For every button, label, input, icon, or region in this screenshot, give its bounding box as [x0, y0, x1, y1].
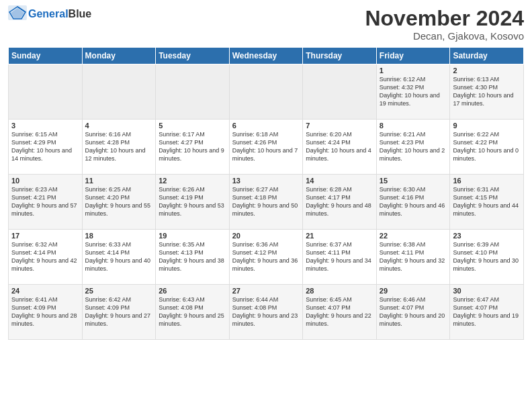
cell-text-line: Daylight: 9 hours and 44 minutes. — [453, 201, 521, 218]
day-number: 25 — [85, 287, 153, 295]
day-number: 10 — [11, 177, 79, 185]
calendar-cell: 27Sunrise: 6:44 AMSunset: 4:08 PMDayligh… — [229, 284, 303, 339]
calendar-cell: 15Sunrise: 6:30 AMSunset: 4:16 PMDayligh… — [376, 174, 450, 229]
cell-text-line: Daylight: 10 hours and 14 minutes. — [11, 146, 79, 163]
cell-text-line: Sunset: 4:11 PM — [380, 248, 447, 257]
cell-text-line: Sunset: 4:12 PM — [232, 248, 300, 257]
cell-text-line: Sunrise: 6:33 AM — [85, 240, 153, 248]
cell-text-line: Sunrise: 6:28 AM — [306, 185, 373, 193]
weekday-header: Thursday — [303, 47, 377, 64]
cell-text-line: Sunset: 4:11 PM — [306, 248, 373, 257]
calendar: SundayMondayTuesdayWednesdayThursdayFrid… — [8, 47, 524, 340]
cell-text-line: Daylight: 10 hours and 0 minutes. — [453, 146, 521, 163]
cell-text-line: Sunset: 4:13 PM — [159, 248, 226, 257]
cell-text-line: Daylight: 9 hours and 53 minutes. — [159, 201, 226, 218]
weekday-header: Monday — [82, 47, 156, 64]
calendar-cell: 13Sunrise: 6:27 AMSunset: 4:18 PMDayligh… — [229, 174, 303, 229]
cell-text-line: Daylight: 9 hours and 22 minutes. — [306, 312, 373, 328]
day-number: 16 — [453, 177, 521, 185]
day-number: 13 — [232, 177, 300, 185]
cell-text-line: Sunset: 4:14 PM — [85, 248, 153, 257]
cell-text-line: Daylight: 9 hours and 28 minutes. — [11, 312, 79, 328]
day-number: 2 — [453, 66, 521, 75]
cell-text-line: Sunrise: 6:39 AM — [453, 240, 521, 248]
calendar-week: 10Sunrise: 6:23 AMSunset: 4:21 PMDayligh… — [9, 174, 524, 229]
cell-text-line: Daylight: 9 hours and 42 minutes. — [11, 257, 79, 273]
cell-text-line: Sunrise: 6:22 AM — [453, 130, 521, 138]
calendar-cell — [156, 64, 230, 119]
cell-text-line: Sunrise: 6:18 AM — [232, 130, 300, 138]
cell-text-line: Sunrise: 6:17 AM — [159, 130, 226, 138]
day-number: 11 — [85, 177, 153, 185]
calendar-cell: 19Sunrise: 6:35 AMSunset: 4:13 PMDayligh… — [156, 229, 230, 284]
day-number: 19 — [159, 232, 226, 240]
day-number: 7 — [306, 122, 373, 130]
calendar-cell: 7Sunrise: 6:20 AMSunset: 4:24 PMDaylight… — [303, 119, 377, 174]
cell-text-line: Sunset: 4:09 PM — [85, 304, 153, 312]
cell-text-line: Daylight: 9 hours and 20 minutes. — [380, 312, 447, 328]
cell-text-line: Sunset: 4:20 PM — [85, 193, 153, 201]
cell-text-line: Sunset: 4:18 PM — [232, 193, 300, 201]
cell-text-line: Daylight: 9 hours and 48 minutes. — [306, 201, 373, 218]
day-number: 3 — [11, 122, 79, 130]
calendar-cell: 24Sunrise: 6:41 AMSunset: 4:09 PMDayligh… — [9, 284, 83, 339]
cell-text-line: Sunrise: 6:46 AM — [380, 295, 447, 304]
day-number: 29 — [380, 287, 447, 295]
day-number: 28 — [306, 287, 373, 295]
cell-text-line: Sunset: 4:30 PM — [453, 83, 521, 91]
calendar-cell — [229, 64, 303, 119]
calendar-cell: 26Sunrise: 6:43 AMSunset: 4:08 PMDayligh… — [156, 284, 230, 339]
cell-text-line: Sunrise: 6:35 AM — [159, 240, 226, 248]
cell-text-line: Daylight: 9 hours and 34 minutes. — [306, 257, 373, 273]
day-number: 5 — [159, 122, 226, 130]
cell-text-line: Sunset: 4:32 PM — [380, 83, 447, 91]
cell-text-line: Sunset: 4:21 PM — [11, 193, 79, 201]
cell-text-line: Daylight: 9 hours and 27 minutes. — [85, 312, 153, 328]
cell-text-line: Daylight: 9 hours and 32 minutes. — [380, 257, 447, 273]
weekday-header: Tuesday — [156, 47, 230, 64]
calendar-cell: 20Sunrise: 6:36 AMSunset: 4:12 PMDayligh… — [229, 229, 303, 284]
cell-text-line: Daylight: 9 hours and 19 minutes. — [453, 312, 521, 328]
cell-text-line: Sunset: 4:16 PM — [380, 193, 447, 201]
calendar-cell: 11Sunrise: 6:25 AMSunset: 4:20 PMDayligh… — [82, 174, 156, 229]
calendar-cell — [9, 64, 83, 119]
calendar-cell: 5Sunrise: 6:17 AMSunset: 4:27 PMDaylight… — [156, 119, 230, 174]
logo-text: GeneralBlue — [28, 8, 91, 20]
cell-text-line: Daylight: 9 hours and 57 minutes. — [11, 201, 79, 218]
cell-text-line: Daylight: 10 hours and 2 minutes. — [380, 146, 447, 163]
calendar-cell: 30Sunrise: 6:47 AMSunset: 4:07 PMDayligh… — [450, 284, 524, 339]
calendar-cell: 6Sunrise: 6:18 AMSunset: 4:26 PMDaylight… — [229, 119, 303, 174]
cell-text-line: Sunset: 4:08 PM — [232, 304, 300, 312]
day-number: 22 — [380, 232, 447, 240]
location: Decan, Gjakova, Kosovo — [365, 30, 524, 42]
cell-text-line: Sunrise: 6:42 AM — [85, 295, 153, 304]
cell-text-line: Daylight: 9 hours and 55 minutes. — [85, 201, 153, 218]
cell-text-line: Sunset: 4:14 PM — [11, 248, 79, 257]
calendar-cell: 22Sunrise: 6:38 AMSunset: 4:11 PMDayligh… — [376, 229, 450, 284]
day-number: 27 — [232, 287, 300, 295]
cell-text-line: Sunrise: 6:20 AM — [306, 130, 373, 138]
cell-text-line: Sunset: 4:07 PM — [453, 304, 521, 312]
calendar-week: 17Sunrise: 6:32 AMSunset: 4:14 PMDayligh… — [9, 229, 524, 284]
calendar-cell: 23Sunrise: 6:39 AMSunset: 4:10 PMDayligh… — [450, 229, 524, 284]
day-number: 23 — [453, 232, 521, 240]
cell-text-line: Sunset: 4:17 PM — [306, 193, 373, 201]
calendar-week: 1Sunrise: 6:12 AMSunset: 4:32 PMDaylight… — [9, 64, 524, 119]
cell-text-line: Sunrise: 6:30 AM — [380, 185, 447, 193]
calendar-cell: 28Sunrise: 6:45 AMSunset: 4:07 PMDayligh… — [303, 284, 377, 339]
weekday-header: Wednesday — [229, 47, 303, 64]
day-number: 12 — [159, 177, 226, 185]
cell-text-line: Sunrise: 6:32 AM — [11, 240, 79, 248]
day-number: 30 — [453, 287, 521, 295]
cell-text-line: Daylight: 10 hours and 17 minutes. — [453, 91, 521, 107]
title-block: November 2024 Decan, Gjakova, Kosovo — [365, 7, 524, 42]
cell-text-line: Sunset: 4:19 PM — [159, 193, 226, 201]
day-number: 15 — [380, 177, 447, 185]
day-number: 24 — [11, 287, 79, 295]
cell-text-line: Sunrise: 6:31 AM — [453, 185, 521, 193]
cell-text-line: Sunset: 4:22 PM — [453, 138, 521, 146]
day-number: 6 — [232, 122, 300, 130]
cell-text-line: Sunrise: 6:12 AM — [380, 75, 447, 83]
day-number: 26 — [159, 287, 226, 295]
logo-icon — [8, 5, 27, 20]
